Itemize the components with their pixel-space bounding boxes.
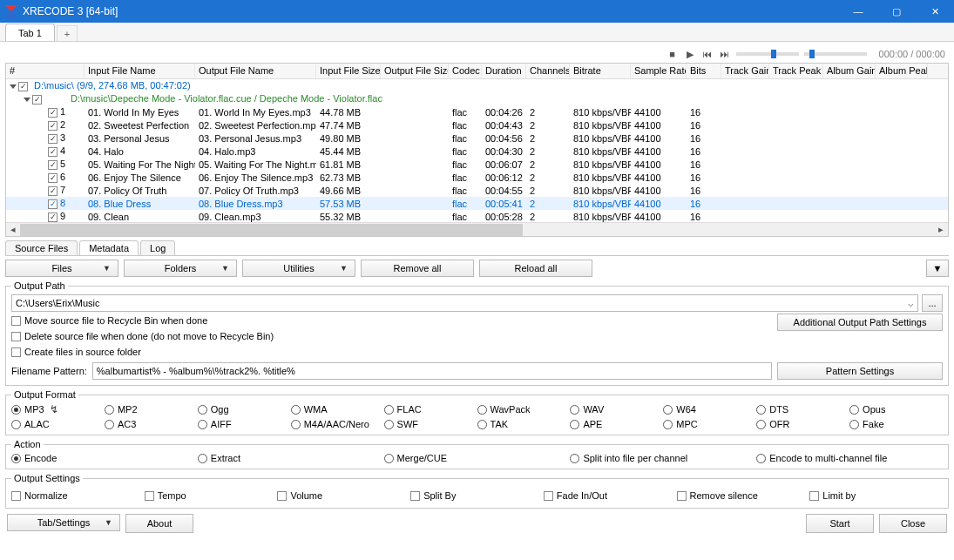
setting-option[interactable]: Normalize xyxy=(11,489,145,503)
col-duration[interactable]: Duration xyxy=(482,64,526,78)
format-option-wma[interactable]: WMA xyxy=(291,403,384,415)
stop-icon[interactable]: ■ xyxy=(666,48,679,60)
col-output-file[interactable]: Output File Name xyxy=(195,64,316,78)
tab-log[interactable]: Log xyxy=(140,240,175,255)
setting-option[interactable]: Split By xyxy=(410,489,544,503)
format-option-wavpack[interactable]: WavPack xyxy=(477,403,571,415)
action-option[interactable]: Extract xyxy=(198,453,384,463)
move-to-recycle-checkbox[interactable] xyxy=(11,316,21,326)
col-codec[interactable]: Codec xyxy=(449,64,482,78)
format-option-aiff[interactable]: AIFF xyxy=(198,419,291,429)
delete-source-checkbox[interactable] xyxy=(11,332,21,341)
format-option-mpc[interactable]: MPC xyxy=(663,419,756,429)
files-dropdown[interactable]: Files▼ xyxy=(5,260,118,277)
action-option[interactable]: Encode xyxy=(11,453,198,463)
format-option-ofr[interactable]: OFR xyxy=(756,419,849,429)
close-window-button[interactable]: ✕ xyxy=(916,0,954,23)
format-option-mp2[interactable]: MP2 xyxy=(105,403,198,415)
row-checkbox[interactable] xyxy=(48,213,58,222)
add-tab-button[interactable]: + xyxy=(57,25,78,41)
tab-1[interactable]: Tab 1 xyxy=(5,24,55,41)
format-option-ogg[interactable]: Ogg xyxy=(198,403,291,415)
close-button[interactable]: Close xyxy=(879,514,947,533)
format-option-ape[interactable]: APE xyxy=(570,419,663,429)
tab-settings-dropdown[interactable]: Tab/Settings▼ xyxy=(7,514,120,531)
scroll-right-icon[interactable]: ▸ xyxy=(934,224,948,235)
format-settings-icon[interactable]: ↯ xyxy=(50,403,58,415)
action-option[interactable]: Encode to multi-channel file xyxy=(756,453,943,463)
checkbox-icon[interactable] xyxy=(11,491,21,501)
row-checkbox[interactable] xyxy=(48,186,58,196)
col-album-gain[interactable]: Album Gain xyxy=(823,64,876,78)
col-track-gain[interactable]: Track Gain xyxy=(721,64,769,78)
tab-source-files[interactable]: Source Files xyxy=(5,240,78,255)
table-row[interactable]: 202. Sweetest Perfection02. Sweetest Per… xyxy=(6,118,948,132)
row-checkbox[interactable] xyxy=(18,82,28,91)
setting-option[interactable]: Limit by xyxy=(809,489,943,503)
format-option-dts[interactable]: DTS xyxy=(756,403,849,415)
tree-root[interactable]: D:\music\ (9/9, 274.68 MB, 00:47:02) xyxy=(6,79,948,92)
chevron-down-icon[interactable]: ⌵ xyxy=(908,298,914,309)
table-row[interactable]: 707. Policy Of Truth07. Policy Of Truth.… xyxy=(6,184,948,197)
format-option-flac[interactable]: FLAC xyxy=(384,403,477,415)
remove-all-button[interactable]: Remove all xyxy=(361,260,474,277)
row-checkbox[interactable] xyxy=(48,160,58,170)
start-button[interactable]: Start xyxy=(806,514,874,533)
table-row[interactable]: 808. Blue Dress08. Blue Dress.mp357.53 M… xyxy=(6,197,948,210)
scroll-left-icon[interactable]: ◂ xyxy=(6,224,20,235)
action-option[interactable]: Split into file per channel xyxy=(570,453,756,463)
row-checkbox[interactable] xyxy=(48,199,58,209)
expand-icon[interactable] xyxy=(10,84,17,89)
table-row[interactable]: 404. Halo04. Halo.mp345.44 MBflac00:04:3… xyxy=(6,145,948,158)
col-bits[interactable]: Bits xyxy=(687,64,721,78)
checkbox-icon[interactable] xyxy=(677,491,687,501)
additional-path-settings-button[interactable]: Additional Output Path Settings xyxy=(777,314,943,331)
format-option-w64[interactable]: W64 xyxy=(663,403,756,415)
action-option[interactable]: Merge/CUE xyxy=(384,453,571,463)
setting-option[interactable]: Tempo xyxy=(145,489,278,503)
tab-metadata[interactable]: Metadata xyxy=(79,240,139,255)
col-input-file[interactable]: Input File Name xyxy=(85,64,195,78)
row-checkbox[interactable] xyxy=(48,147,58,157)
checkbox-icon[interactable] xyxy=(410,491,420,501)
play-icon[interactable]: ▶ xyxy=(684,48,696,60)
format-option-alac[interactable]: ALAC xyxy=(11,419,105,429)
col-input-size[interactable]: Input File Size xyxy=(316,64,381,78)
volume-slider[interactable] xyxy=(804,52,867,56)
horizontal-scrollbar[interactable]: ◂ ▸ xyxy=(6,222,948,236)
format-option-wav[interactable]: WAV xyxy=(570,403,663,415)
browse-button[interactable]: ... xyxy=(922,294,943,312)
table-row[interactable]: 606. Enjoy The Silence06. Enjoy The Sile… xyxy=(6,171,948,184)
col-output-size[interactable]: Output File Size xyxy=(381,64,449,78)
row-checkbox[interactable] xyxy=(48,121,58,131)
format-option-opus[interactable]: Opus xyxy=(849,403,943,415)
format-option-ac3[interactable]: AC3 xyxy=(105,419,198,429)
reload-all-button[interactable]: Reload all xyxy=(479,260,592,277)
checkbox-icon[interactable] xyxy=(145,491,154,501)
col-number[interactable]: # xyxy=(6,64,85,78)
col-channels[interactable]: Channels xyxy=(526,64,570,78)
setting-option[interactable]: Fade In/Out xyxy=(544,489,677,503)
utilities-dropdown[interactable]: Utilities▼ xyxy=(242,260,355,277)
table-row[interactable]: 303. Personal Jesus03. Personal Jesus.mp… xyxy=(6,132,948,145)
overflow-dropdown[interactable]: ▼ xyxy=(926,260,949,277)
about-button[interactable]: About xyxy=(125,514,193,533)
next-track-icon[interactable]: ⏭ xyxy=(719,48,731,60)
tree-cue[interactable]: D:\music\Depeche Mode - Violator.flac.cu… xyxy=(6,92,948,105)
format-option-m4aaacnero[interactable]: M4A/AAC/Nero xyxy=(291,419,384,429)
table-row[interactable]: 909. Clean09. Clean.mp355.32 MBflac00:05… xyxy=(6,210,948,222)
folders-dropdown[interactable]: Folders▼ xyxy=(124,260,237,277)
output-path-input[interactable]: C:\Users\Erix\Music ⌵ xyxy=(11,294,918,312)
format-option-fake[interactable]: Fake xyxy=(849,419,943,429)
format-option-swf[interactable]: SWF xyxy=(384,419,477,429)
pattern-input[interactable]: %albumartist% - %album%\%track2%. %title… xyxy=(92,362,772,380)
table-row[interactable]: 101. World In My Eyes01. World In My Eye… xyxy=(6,105,948,118)
col-track-peak[interactable]: Track Peak xyxy=(769,64,823,78)
col-sample-rate[interactable]: Sample Rate xyxy=(631,64,687,78)
row-checkbox[interactable] xyxy=(48,173,58,183)
pattern-settings-button[interactable]: Pattern Settings xyxy=(777,362,943,380)
row-checkbox[interactable] xyxy=(32,95,42,105)
checkbox-icon[interactable] xyxy=(277,491,287,501)
setting-option[interactable]: Remove silence xyxy=(677,489,810,503)
checkbox-icon[interactable] xyxy=(544,491,553,501)
